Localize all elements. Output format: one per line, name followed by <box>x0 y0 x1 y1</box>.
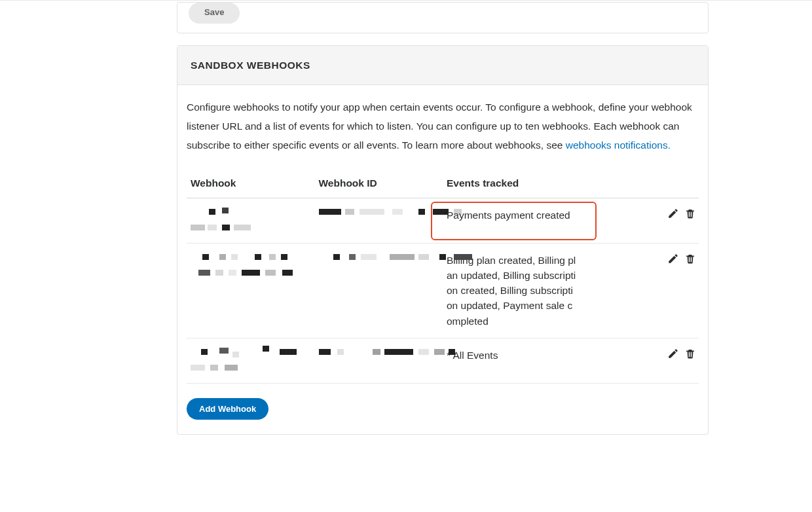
webhooks-table: Webhook Webhook ID Events tracked <box>187 168 699 384</box>
redacted-webhook-url <box>191 348 311 374</box>
col-header-webhook: Webhook <box>187 168 315 198</box>
edit-icon[interactable] <box>667 208 679 219</box>
top-settings-card: Save <box>177 2 709 33</box>
webhook-id-cell <box>315 338 443 383</box>
edit-icon[interactable] <box>667 348 679 359</box>
trash-icon[interactable] <box>684 208 696 219</box>
webhooks-notifications-link[interactable]: webhooks notifications. <box>566 139 671 151</box>
trash-icon[interactable] <box>684 348 696 359</box>
sandbox-webhooks-card: SANDBOX WEBHOOKS Configure webhooks to n… <box>177 45 709 435</box>
row-actions <box>581 198 699 243</box>
col-header-webhook-id: Webhook ID <box>315 168 443 198</box>
webhook-url-cell <box>187 338 315 383</box>
table-row: * All Events <box>187 338 699 383</box>
card-body: Configure webhooks to notify your app wh… <box>177 85 708 434</box>
table-row: Payments payment created <box>187 198 699 243</box>
trash-icon[interactable] <box>684 253 696 265</box>
row-actions <box>581 338 699 383</box>
redacted-webhook-id <box>319 253 439 262</box>
table-row: Billing plan created, Billing plan updat… <box>187 243 699 338</box>
redacted-webhook-id <box>319 208 439 217</box>
redacted-webhook-url <box>191 208 311 234</box>
card-header: SANDBOX WEBHOOKS <box>177 46 708 85</box>
webhooks-description: Configure webhooks to notify your app wh… <box>187 98 699 155</box>
add-webhook-button[interactable]: Add Webhook <box>187 398 268 420</box>
edit-icon[interactable] <box>667 253 679 265</box>
card-header-title: SANDBOX WEBHOOKS <box>191 58 695 73</box>
events-tracked-cell: Payments payment created <box>443 198 581 243</box>
col-header-events-tracked: Events tracked <box>443 168 581 198</box>
redacted-webhook-url <box>191 253 311 279</box>
webhook-id-cell <box>315 198 443 243</box>
save-button[interactable]: Save <box>189 3 240 24</box>
col-header-actions <box>581 168 699 198</box>
row-actions <box>581 243 699 338</box>
webhook-url-cell <box>187 198 315 243</box>
events-tracked-cell: * All Events <box>443 338 581 383</box>
redacted-webhook-id <box>319 348 439 357</box>
webhook-id-cell <box>315 243 443 338</box>
webhook-url-cell <box>187 243 315 338</box>
